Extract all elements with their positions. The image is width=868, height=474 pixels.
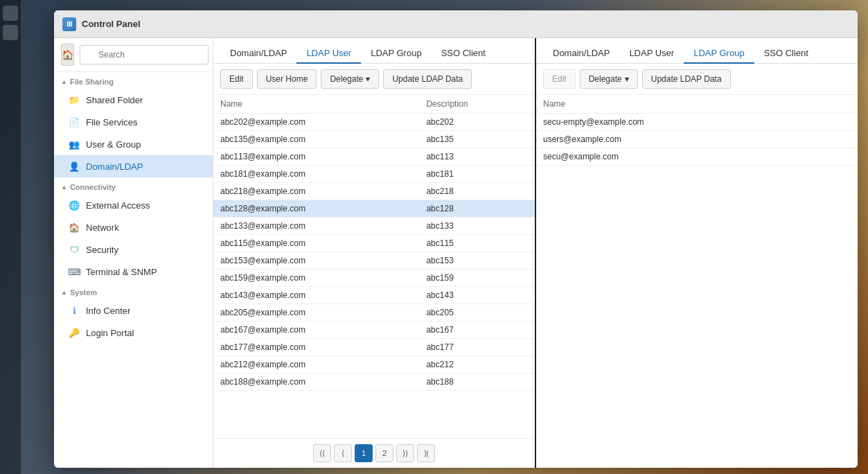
right-edit-button[interactable]: Edit bbox=[543, 69, 576, 89]
folder-icon: 📁 bbox=[68, 94, 80, 106]
table-row[interactable]: abc167@example.comabc167 bbox=[213, 322, 535, 339]
left-pane-pagination: ⟨⟨ ⟨ 1 2 ⟩⟩ ⟩| bbox=[213, 438, 535, 468]
cell-description: abc212 bbox=[419, 356, 535, 374]
right-update-ldap-data-button[interactable]: Update LDAP Data bbox=[642, 69, 731, 89]
cell-name: abc135@example.com bbox=[213, 131, 419, 148]
sidebar-item-network[interactable]: 🏠 Network bbox=[54, 216, 213, 238]
sidebar-item-label: Security bbox=[86, 245, 118, 255]
app-icon: ⊞ bbox=[62, 17, 76, 31]
right-pane-tabs: Domain/LDAP LDAP User LDAP Group SSO Cli… bbox=[536, 38, 858, 64]
taskbar-icon-1[interactable] bbox=[3, 6, 18, 21]
section-header-connectivity[interactable]: ▲ Connectivity bbox=[54, 177, 213, 194]
cell-description: abc202 bbox=[419, 114, 535, 131]
right-delegate-button[interactable]: Delegate ▾ bbox=[580, 69, 638, 89]
domain-icon: 👤 bbox=[68, 160, 80, 173]
right-pane-table-area: Name secu-empty@example.comusers@example… bbox=[536, 95, 858, 468]
cell-description: abc153 bbox=[419, 252, 535, 270]
table-row[interactable]: secu@example.com bbox=[536, 148, 858, 166]
cell-name: abc159@example.com bbox=[213, 270, 419, 287]
delegate-button[interactable]: Delegate ▾ bbox=[321, 69, 379, 89]
last-page-button[interactable]: ⟩| bbox=[417, 444, 435, 462]
table-row[interactable]: users@example.com bbox=[536, 131, 858, 148]
section-header-file-sharing[interactable]: ▲ File Sharing bbox=[54, 72, 213, 89]
col-header-name: Name bbox=[213, 95, 419, 114]
sidebar-item-label: Terminal & SNMP bbox=[86, 267, 157, 277]
sidebar-item-label: Domain/LDAP bbox=[86, 161, 143, 172]
section-header-system[interactable]: ▲ System bbox=[54, 283, 213, 299]
cell-name: abc188@example.com bbox=[213, 374, 419, 391]
search-input[interactable] bbox=[80, 45, 209, 64]
cell-description: abc128 bbox=[419, 200, 535, 218]
taskbar-icon-2[interactable] bbox=[3, 25, 18, 40]
ldap-group-table: Name secu-empty@example.comusers@example… bbox=[536, 95, 858, 166]
sidebar-item-label: File Services bbox=[86, 117, 137, 128]
left-pane-toolbar: Edit User Home Delegate ▾ Update LDAP Da… bbox=[213, 64, 535, 95]
table-row[interactable]: abc177@example.comabc177 bbox=[213, 339, 535, 356]
table-row[interactable]: abc153@example.comabc153 bbox=[213, 252, 535, 270]
chevron-system: ▲ bbox=[61, 289, 67, 296]
tab-ldap-user-right[interactable]: LDAP User bbox=[619, 44, 684, 64]
security-icon: 🛡 bbox=[68, 243, 80, 256]
sidebar-item-info-center[interactable]: ℹ Info Center bbox=[54, 299, 213, 322]
page-1-button[interactable]: 1 bbox=[355, 444, 373, 462]
table-row[interactable]: abc218@example.comabc218 bbox=[213, 183, 535, 200]
cell-description: abc177 bbox=[419, 339, 535, 356]
sidebar-item-external-access[interactable]: 🌐 External Access bbox=[54, 194, 213, 216]
tab-ldap-user-left[interactable]: LDAP User bbox=[296, 44, 361, 64]
table-row[interactable]: abc202@example.comabc202 bbox=[213, 114, 535, 131]
table-row[interactable]: abc181@example.comabc181 bbox=[213, 166, 535, 183]
control-panel-window: ⊞ Control Panel 🏠 🔍 ▲ File Sharing 📁 Sha… bbox=[54, 10, 858, 468]
table-row[interactable]: abc115@example.comabc115 bbox=[213, 235, 535, 252]
table-row[interactable]: abc159@example.comabc159 bbox=[213, 270, 535, 287]
table-row[interactable]: abc135@example.comabc135 bbox=[213, 131, 535, 148]
table-row[interactable]: abc113@example.comabc113 bbox=[213, 148, 535, 166]
right-pane-toolbar: Edit Delegate ▾ Update LDAP Data bbox=[536, 64, 858, 95]
home-button[interactable]: 🏠 bbox=[61, 44, 74, 66]
tab-domain-ldap-left[interactable]: Domain/LDAP bbox=[220, 44, 296, 64]
left-pane-tabs: Domain/LDAP LDAP User LDAP Group SSO Cli… bbox=[213, 38, 535, 64]
user-group-icon: 👥 bbox=[68, 138, 80, 150]
tab-ldap-group-right[interactable]: LDAP Group bbox=[684, 44, 754, 64]
table-row[interactable]: abc143@example.comabc143 bbox=[213, 287, 535, 304]
cell-name: abc205@example.com bbox=[213, 304, 419, 322]
prev-page-button[interactable]: ⟨ bbox=[334, 444, 352, 462]
table-row[interactable]: abc205@example.comabc205 bbox=[213, 304, 535, 322]
sidebar-item-label: External Access bbox=[86, 200, 150, 211]
cell-description: abc181 bbox=[419, 166, 535, 183]
sidebar-item-label: Login Portal bbox=[86, 328, 134, 338]
sidebar-item-login-portal[interactable]: 🔑 Login Portal bbox=[54, 322, 213, 344]
cell-name: abc167@example.com bbox=[213, 322, 419, 339]
cell-description: abc143 bbox=[419, 287, 535, 304]
titlebar: ⊞ Control Panel bbox=[54, 10, 858, 38]
tab-sso-client-right[interactable]: SSO Client bbox=[754, 44, 818, 64]
next-page-button[interactable]: ⟩⟩ bbox=[396, 444, 414, 462]
user-home-button[interactable]: User Home bbox=[257, 69, 317, 89]
table-row[interactable]: abc128@example.comabc128 bbox=[213, 200, 535, 218]
update-ldap-data-button[interactable]: Update LDAP Data bbox=[383, 69, 472, 89]
sidebar-item-user-group[interactable]: 👥 User & Group bbox=[54, 133, 213, 155]
table-row[interactable]: abc212@example.comabc212 bbox=[213, 356, 535, 374]
first-page-button[interactable]: ⟨⟨ bbox=[313, 444, 331, 462]
cell-name: abc153@example.com bbox=[213, 252, 419, 270]
tab-sso-client-left[interactable]: SSO Client bbox=[432, 44, 495, 64]
page-2-button[interactable]: 2 bbox=[375, 444, 393, 462]
table-row[interactable]: abc133@example.comabc133 bbox=[213, 218, 535, 235]
cell-description: abc115 bbox=[419, 235, 535, 252]
tab-domain-ldap-right[interactable]: Domain/LDAP bbox=[543, 44, 619, 64]
sidebar-item-terminal-snmp[interactable]: ⌨ Terminal & SNMP bbox=[54, 261, 213, 283]
sidebar-item-file-services[interactable]: 📄 File Services bbox=[54, 111, 213, 133]
sidebar-item-security[interactable]: 🛡 Security bbox=[54, 238, 213, 261]
tab-ldap-group-left[interactable]: LDAP Group bbox=[361, 44, 431, 64]
cell-description: abc218 bbox=[419, 183, 535, 200]
sidebar-item-label: Shared Folder bbox=[86, 95, 143, 105]
cell-description: abc188 bbox=[419, 374, 535, 391]
table-row[interactable]: abc188@example.comabc188 bbox=[213, 374, 535, 391]
sidebar-item-shared-folder[interactable]: 📁 Shared Folder bbox=[54, 89, 213, 111]
edit-button[interactable]: Edit bbox=[220, 69, 253, 89]
main-panel: Domain/LDAP LDAP User LDAP Group SSO Cli… bbox=[213, 38, 858, 468]
sidebar-item-domain-ldap[interactable]: 👤 Domain/LDAP bbox=[54, 155, 213, 177]
table-row[interactable]: secu-empty@example.com bbox=[536, 114, 858, 131]
col-header-description: Description bbox=[419, 95, 535, 114]
cell-description: abc167 bbox=[419, 322, 535, 339]
sidebar: 🏠 🔍 ▲ File Sharing 📁 Shared Folder 📄 Fil… bbox=[54, 38, 213, 468]
